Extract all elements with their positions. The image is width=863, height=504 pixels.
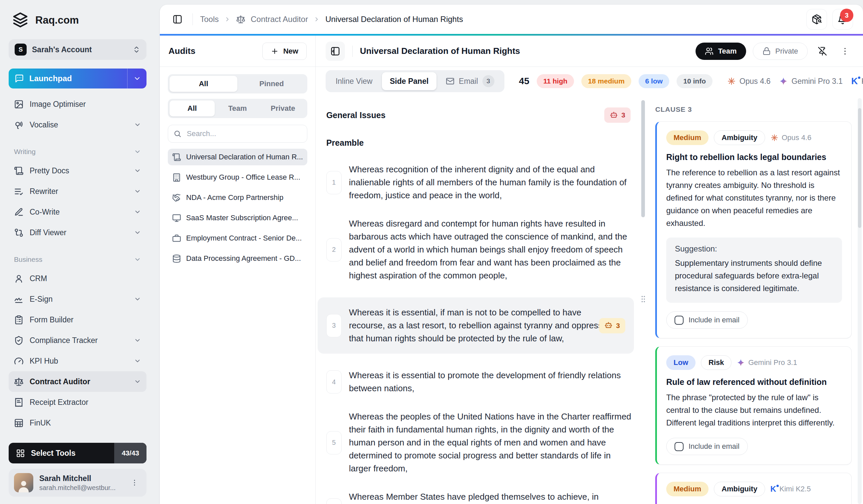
audit-search[interactable]: [168, 125, 307, 143]
drag-handle-icon[interactable]: [641, 295, 646, 303]
git-compare-icon: [14, 228, 24, 237]
sidebar-item-crm[interactable]: CRM: [9, 268, 147, 289]
section-label: Writing: [14, 148, 36, 156]
sidebar-item-contract-auditor[interactable]: Contract Auditor: [9, 371, 147, 392]
scales-icon: [236, 15, 246, 24]
medium-count-badge[interactable]: 18 medium: [581, 74, 631, 88]
team-label: Team: [718, 47, 737, 55]
paragraph-3-highlighted[interactable]: 3 Whereas it is essential, if man is not…: [318, 297, 634, 354]
launchpad-main: Launchpad: [9, 68, 127, 89]
include-in-email-toggle[interactable]: Include in email: [666, 311, 748, 329]
launchpad-expand[interactable]: [127, 68, 147, 89]
divider: [352, 46, 353, 57]
paragraph-number: 4: [326, 370, 342, 393]
paragraph-4[interactable]: 4 Whereas it is essential to promote the…: [326, 369, 635, 395]
total-findings-count: 45: [519, 76, 529, 87]
more-options-button[interactable]: [837, 43, 853, 59]
checkbox[interactable]: [675, 316, 684, 325]
person-silhouette-icon: [16, 478, 31, 492]
clipboard-icon: [14, 315, 24, 325]
lock-icon: [762, 47, 771, 55]
chevron-down-icon: [134, 256, 141, 263]
tab-email[interactable]: Email 3: [438, 72, 502, 90]
sidebar-bottom: Select Tools 43/43 Sarah Mitchell sarah.…: [9, 443, 147, 497]
voice-icon: [14, 120, 24, 130]
launchpad-button[interactable]: Launchpad: [9, 68, 147, 89]
select-tools-button[interactable]: Select Tools 43/43: [9, 443, 147, 463]
account-switcher[interactable]: S Sarah's Account: [9, 39, 147, 60]
new-audit-label: New: [283, 47, 298, 55]
general-issues-findings-badge[interactable]: 3: [604, 107, 630, 123]
tab-visibility-all[interactable]: All: [170, 101, 215, 116]
include-in-email-toggle[interactable]: Include in email: [666, 438, 748, 455]
sidebar-item-e-sign[interactable]: E-Sign: [9, 289, 147, 309]
sidebar-item-pretty-docs[interactable]: Pretty Docs: [9, 160, 147, 181]
search-input[interactable]: [186, 129, 302, 138]
sidebar-item-compliance-tracker[interactable]: Compliance Tracker: [9, 330, 147, 351]
kimi-k-icon: K: [771, 485, 776, 493]
sidebar-item-co-write[interactable]: Co-Write: [9, 202, 147, 222]
high-count-badge[interactable]: 11 high: [537, 74, 574, 88]
breadcrumb-contract-auditor[interactable]: Contract Auditor: [251, 15, 308, 24]
sidebar-item-vocalise[interactable]: Vocalise: [9, 114, 147, 135]
chevron-down-icon: [134, 357, 141, 365]
audits-title: Audits: [168, 46, 196, 56]
checkbox[interactable]: [675, 442, 684, 451]
signature-icon: [14, 294, 24, 304]
info-count-badge[interactable]: 10 info: [677, 74, 713, 88]
paragraph-2[interactable]: 2 Whereas disregard and contempt for hum…: [326, 217, 635, 282]
scrollbar-thumb[interactable]: [641, 100, 645, 217]
sidebar-item-image-optimiser[interactable]: Image Optimiser: [9, 94, 147, 114]
finding-card-1[interactable]: Medium Ambiguity Opus 4.6 Right to rebel…: [655, 121, 852, 338]
list-item-udhr[interactable]: Universal Declaration of Human R...: [168, 149, 307, 165]
sidebar-item-label: E-Sign: [30, 295, 53, 304]
sidebar-item-rewriter[interactable]: Rewriter: [9, 181, 147, 202]
scrollbar-thumb[interactable]: [858, 108, 861, 228]
low-count-badge[interactable]: 6 low: [639, 74, 670, 88]
package-search-button[interactable]: [806, 9, 827, 30]
team-button[interactable]: Team: [696, 42, 746, 60]
opus-starburst-icon: [727, 77, 736, 86]
panel-left-close-icon: [330, 46, 340, 56]
breadcrumb: Tools Contract Auditor Universal Declara…: [200, 15, 463, 24]
paragraph-1[interactable]: 1 Whereas recognition of the inherent di…: [326, 163, 635, 202]
dots-vertical-icon: [130, 479, 138, 487]
sidebar-section-writing[interactable]: Writing: [9, 143, 147, 160]
collapse-panel-button[interactable]: [326, 42, 345, 61]
robot-icon: [604, 321, 613, 330]
new-audit-button[interactable]: New: [262, 42, 307, 60]
tab-pinned[interactable]: Pinned: [237, 76, 305, 92]
sidebar-item-diff-viewer[interactable]: Diff Viewer: [9, 222, 147, 243]
finding-card-2[interactable]: Low Risk Gemini Pro 3.1 Rule of law refe…: [655, 346, 852, 465]
list-item-westbury[interactable]: Westbury Group - Office Lease R...: [168, 169, 307, 186]
paragraph-5[interactable]: 5 Whereas the peoples of the United Nati…: [326, 410, 635, 475]
chevron-down-icon: [134, 295, 141, 303]
sidebar-item-form-builder[interactable]: Form Builder: [9, 309, 147, 330]
list-item-nda[interactable]: NDA - Acme Corp Partnership: [168, 189, 307, 206]
finding-card-3[interactable]: Medium Ambiguity K Kimi K2.5 Ambiguous r…: [655, 473, 852, 504]
sidebar-item-receipt-extractor[interactable]: Receipt Extractor: [9, 392, 147, 413]
breadcrumb-tools[interactable]: Tools: [200, 15, 219, 24]
paragraph-6[interactable]: 6 Whereas Member States have pledged the…: [326, 490, 635, 504]
private-button[interactable]: Private: [753, 42, 808, 60]
sidebar-item-kpi-hub[interactable]: KPI Hub: [9, 351, 147, 371]
user-menu-button[interactable]: [128, 476, 141, 489]
notifications-button[interactable]: 3: [833, 9, 853, 30]
sidebar-item-label: Compliance Tracker: [30, 336, 98, 345]
sidebar-item-finuk[interactable]: FinUK: [9, 413, 147, 433]
tab-side-panel[interactable]: Side Panel: [382, 72, 437, 90]
clause-findings-badge[interactable]: 3: [599, 318, 625, 333]
sidebar-toggle-button[interactable]: [170, 12, 185, 27]
finding-body: The phrase "protected by the rule of law…: [666, 391, 842, 429]
tab-visibility-team[interactable]: Team: [215, 101, 260, 116]
list-item-dpa[interactable]: Data Processing Agreement - GD...: [168, 250, 307, 267]
tab-all[interactable]: All: [170, 76, 237, 92]
sidebar-section-business[interactable]: Business: [9, 251, 147, 268]
tab-visibility-private[interactable]: Private: [260, 101, 305, 116]
unpin-button[interactable]: [814, 43, 830, 59]
user-card[interactable]: Sarah Mitchell sarah.mitchell@westbur...: [9, 469, 147, 497]
list-item-saas[interactable]: SaaS Master Subscription Agree...: [168, 210, 307, 226]
list-item-employment[interactable]: Employment Contract - Senior De...: [168, 230, 307, 246]
finding-title: Right to rebellion lacks legal boundarie…: [666, 152, 842, 162]
tab-inline-view[interactable]: Inline View: [328, 72, 380, 90]
